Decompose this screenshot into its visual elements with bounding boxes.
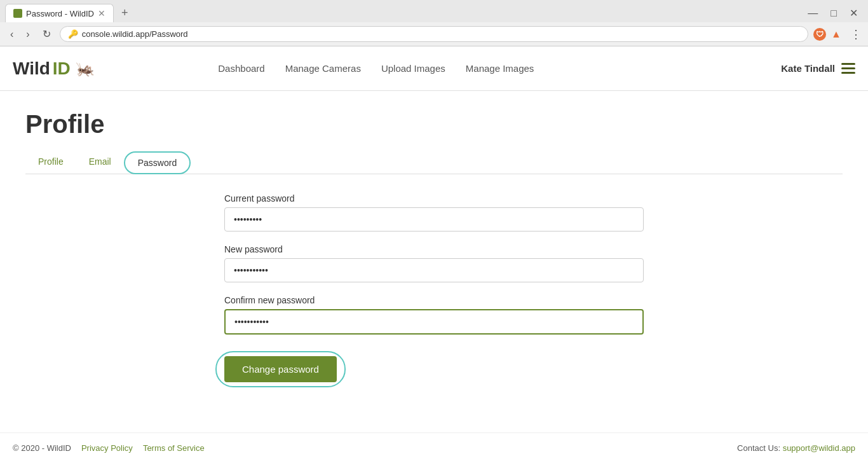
hamburger-line-2 (841, 67, 855, 69)
nav-user: Kate Tindall (781, 63, 855, 74)
browser-extensions: 🛡 ▲ (813, 28, 843, 41)
nav-reload-button[interactable]: ↻ (39, 27, 55, 41)
nav-forward-button[interactable]: › (22, 27, 33, 41)
footer-right: Contact Us: support@wildid.app (737, 443, 855, 453)
confirm-password-group: Confirm new password (224, 295, 644, 335)
footer-tos-link[interactable]: Terms of Service (143, 443, 205, 453)
nav-user-name: Kate Tindall (781, 63, 835, 74)
hamburger-line-1 (841, 63, 855, 65)
footer-copyright: © 2020 - WildID (13, 443, 71, 453)
nav-dashboard[interactable]: Dashboard (218, 63, 264, 74)
app: WildID 🦗 Dashboard Manage Cameras Upload… (0, 46, 868, 463)
nav-links: Dashboard Manage Cameras Upload Images M… (218, 63, 534, 74)
confirm-password-label: Confirm new password (224, 295, 644, 305)
address-bar-row: ‹ › ↻ 🔑 console.wildid.app/Password 🛡 ▲ … (0, 22, 868, 46)
logo[interactable]: WildID 🦗 (13, 59, 95, 79)
current-password-group: Current password (224, 193, 644, 232)
tab-close-button[interactable]: ✕ (98, 8, 105, 18)
navbar: WildID 🦗 Dashboard Manage Cameras Upload… (0, 46, 868, 91)
logo-id: ID (53, 59, 71, 79)
hamburger-menu-button[interactable] (841, 63, 855, 74)
current-password-label: Current password (224, 193, 644, 204)
window-maximize-button[interactable]: □ (825, 6, 842, 20)
browser-tab-active[interactable]: Password - WildID ✕ (5, 4, 114, 22)
new-password-label: New password (224, 244, 644, 254)
new-password-group: New password (224, 244, 644, 282)
hamburger-line-3 (841, 72, 855, 74)
nav-upload-images[interactable]: Upload Images (381, 63, 445, 74)
password-form: Current password New password Confirm ne… (224, 193, 644, 382)
address-text: console.wildid.app/Password (82, 29, 800, 39)
new-tab-button[interactable]: + (116, 4, 133, 22)
address-bar[interactable]: 🔑 console.wildid.app/Password (60, 26, 808, 42)
browser-menu-button[interactable]: ⋮ (850, 27, 862, 41)
nav-manage-images[interactable]: Manage Images (466, 63, 534, 74)
window-controls: — □ ✕ (803, 6, 863, 20)
footer-contact-email[interactable]: support@wildid.app (783, 443, 855, 453)
logo-insect-icon: 🦗 (76, 60, 95, 78)
tab-password[interactable]: Password (124, 151, 191, 174)
nav-back-button[interactable]: ‹ (6, 27, 17, 41)
page-title: Profile (25, 110, 843, 139)
current-password-input[interactable] (224, 207, 644, 232)
tab-bar: Password - WildID ✕ + — □ ✕ (0, 0, 868, 22)
footer: © 2020 - WildID Privacy Policy Terms of … (0, 432, 868, 463)
browser-chrome: Password - WildID ✕ + — □ ✕ ‹ › ↻ 🔑 cons… (0, 0, 868, 46)
footer-contact-label: Contact Us: (737, 443, 780, 453)
submit-wrapper: Change password (224, 350, 337, 382)
footer-privacy-link[interactable]: Privacy Policy (81, 443, 133, 453)
tab-email[interactable]: Email (76, 151, 124, 174)
main-content: Profile Profile Email Password Current p… (0, 91, 868, 432)
tab-profile[interactable]: Profile (25, 151, 76, 174)
new-password-input[interactable] (224, 258, 644, 282)
extension-shield-icon[interactable]: 🛡 (813, 28, 826, 41)
tab-title: Password - WildID (26, 9, 94, 18)
footer-left: © 2020 - WildID Privacy Policy Terms of … (13, 443, 205, 453)
tab-favicon (13, 9, 22, 18)
change-password-button[interactable]: Change password (224, 356, 337, 382)
nav-manage-cameras[interactable]: Manage Cameras (285, 63, 361, 74)
window-minimize-button[interactable]: — (803, 6, 823, 20)
confirm-password-input[interactable] (224, 309, 644, 335)
window-close-button[interactable]: ✕ (844, 6, 863, 20)
extension-alert-icon[interactable]: ▲ (830, 28, 843, 41)
logo-wild: Wild (13, 59, 50, 79)
profile-tabs: Profile Email Password (25, 151, 843, 174)
lock-icon: 🔑 (68, 29, 78, 39)
